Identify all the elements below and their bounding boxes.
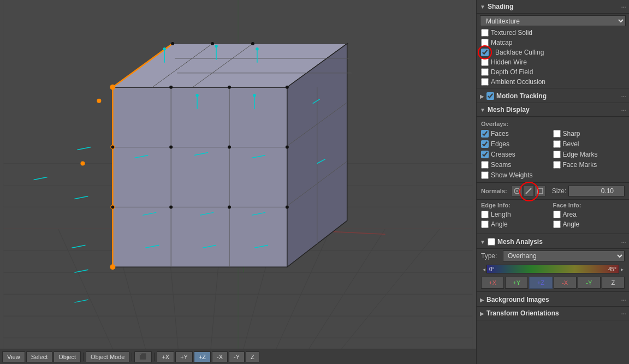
axis-y-neg[interactable]: -Y <box>229 351 245 362</box>
axis-z-btn[interactable]: Z <box>602 277 625 289</box>
gradient-left-val: 0° <box>489 266 495 272</box>
axis-y-pos-btn[interactable]: +Y <box>505 277 528 289</box>
length-checkbox[interactable] <box>481 211 489 218</box>
type-dropdown[interactable]: Overhang <box>503 250 625 261</box>
bevel-checkbox[interactable] <box>553 140 561 148</box>
mesh-display-content: Overlays: Faces Sharp Edges Bevel <box>477 117 629 232</box>
mode-selector[interactable]: Object Mode <box>86 351 129 362</box>
svg-point-68 <box>169 146 173 149</box>
axis-y-neg-btn[interactable]: -Y <box>578 277 601 289</box>
mesh-analysis-arrow: ▼ <box>480 239 485 245</box>
size-input[interactable] <box>568 186 625 196</box>
axis-x-pos-btn[interactable]: +X <box>481 277 504 289</box>
svg-point-75 <box>211 42 214 45</box>
area-label: Area <box>563 211 577 218</box>
mesh-display-header[interactable]: ▼ Mesh Display ··· <box>477 103 629 117</box>
divider-normals <box>477 182 629 183</box>
normal-btn-face[interactable] <box>535 186 545 196</box>
mesh-display-title: Mesh Display <box>488 106 621 114</box>
axis-z-pos-btn[interactable]: +Z <box>529 277 552 289</box>
svg-point-74 <box>171 42 174 45</box>
seams-checkbox[interactable] <box>481 161 489 169</box>
creases-checkbox[interactable] <box>481 151 489 158</box>
bevel-item: Bevel <box>553 139 625 149</box>
divider-edge <box>477 199 629 200</box>
gradient-left-handle[interactable]: ◂ <box>481 266 486 272</box>
svg-point-67 <box>286 86 289 89</box>
background-images-header[interactable]: ▶ Background Images ··· <box>477 293 629 307</box>
svg-point-47 <box>215 45 217 47</box>
svg-point-43 <box>110 264 115 270</box>
gradient-bar[interactable]: 0° 45° <box>486 265 619 273</box>
length-label: Length <box>491 211 511 218</box>
area-item: Area <box>553 210 625 219</box>
background-images-arrow: ▶ <box>480 297 484 303</box>
mesh-analysis-title: Mesh Analysis <box>497 238 621 246</box>
faces-label: Faces <box>491 130 509 138</box>
object-menu[interactable]: Object <box>54 351 81 362</box>
textured-solid-row: Textured Solid <box>477 28 629 38</box>
bevel-label: Bevel <box>563 140 579 148</box>
hidden-wire-checkbox[interactable] <box>481 58 489 66</box>
ambient-occlusion-label: Ambient Occlusion <box>491 78 545 86</box>
gradient-right-handle[interactable]: ▸ <box>619 266 625 272</box>
mesh-analysis-header[interactable]: ▼ Mesh Analysis ··· <box>477 235 629 249</box>
shading-section-header[interactable]: ▼ Shading ··· <box>477 0 629 14</box>
axis-z[interactable]: Z <box>246 351 259 362</box>
normal-btn-vertex[interactable] <box>512 186 523 196</box>
creases-item: Creases <box>481 150 553 159</box>
depth-of-field-checkbox[interactable] <box>481 68 489 76</box>
edge-marks-item: Edge Marks <box>553 150 625 159</box>
shading-dots: ··· <box>621 2 626 11</box>
axis-x-pos[interactable]: +X <box>157 351 174 362</box>
type-row: Type: Overhang <box>477 249 629 263</box>
show-weights-checkbox[interactable] <box>481 171 489 179</box>
axis-x-neg[interactable]: -X <box>212 351 228 362</box>
edges-checkbox[interactable] <box>481 140 489 148</box>
normal-btn-edge[interactable] <box>523 186 534 196</box>
axis-x-neg-btn[interactable]: -X <box>554 277 577 289</box>
motion-tracking-dots: ··· <box>621 92 626 100</box>
ambient-occlusion-row: Ambient Occlusion <box>477 77 629 87</box>
matcap-checkbox[interactable] <box>481 39 489 46</box>
toolbar-separator-2 <box>132 353 132 361</box>
edge-marks-checkbox[interactable] <box>553 151 561 158</box>
motion-tracking-header[interactable]: ▶ Motion Tracking ··· <box>477 89 629 103</box>
faces-checkbox[interactable] <box>481 130 489 138</box>
hidden-wire-row: Hidden Wire <box>477 57 629 67</box>
face-angle-checkbox[interactable] <box>553 220 561 228</box>
edge-marks-label: Edge Marks <box>563 151 598 158</box>
mesh-display-dots: ··· <box>621 105 626 114</box>
svg-rect-90 <box>537 188 543 194</box>
face-marks-checkbox[interactable] <box>553 161 561 169</box>
right-panel: ▼ Shading ··· Multitexture Textured Soli… <box>476 0 629 364</box>
backface-culling-checkbox[interactable] <box>481 49 489 56</box>
motion-tracking-checkbox[interactable] <box>486 92 494 100</box>
svg-line-89 <box>526 188 531 194</box>
svg-point-88 <box>516 190 518 192</box>
viewport: View Select Object Object Mode ⬛ +X +Y +… <box>0 0 476 364</box>
axis-z-pos[interactable]: +Z <box>194 351 211 362</box>
svg-point-40 <box>110 85 115 90</box>
viewport-shading[interactable]: ⬛ <box>134 351 152 362</box>
area-checkbox[interactable] <box>553 211 561 218</box>
mesh-display-arrow: ▼ <box>480 107 485 113</box>
svg-point-76 <box>251 42 254 45</box>
shading-mode-dropdown[interactable]: Multitexture <box>480 15 626 26</box>
face-marks-item: Face Marks <box>553 160 625 170</box>
view-menu[interactable]: View <box>2 351 25 362</box>
face-info-col: Face Info: Area Angle <box>553 202 625 229</box>
face-marks-label: Face Marks <box>563 161 597 169</box>
textured-solid-checkbox[interactable] <box>481 29 489 37</box>
sharp-checkbox[interactable] <box>553 130 561 138</box>
depth-of-field-label: Depth Of Field <box>491 68 533 76</box>
select-menu[interactable]: Select <box>26 351 53 362</box>
edge-angle-checkbox[interactable] <box>481 220 489 228</box>
svg-point-66 <box>228 86 231 89</box>
axis-y-pos[interactable]: +Y <box>175 351 193 362</box>
transform-orientations-header[interactable]: ▶ Transform Orientations ··· <box>477 307 629 320</box>
mesh-analysis-checkbox[interactable] <box>488 238 495 246</box>
ambient-occlusion-checkbox[interactable] <box>481 78 489 86</box>
viewport-toolbar: View Select Object Object Mode ⬛ +X +Y +… <box>0 349 476 364</box>
background-images-dots: ··· <box>621 295 626 304</box>
